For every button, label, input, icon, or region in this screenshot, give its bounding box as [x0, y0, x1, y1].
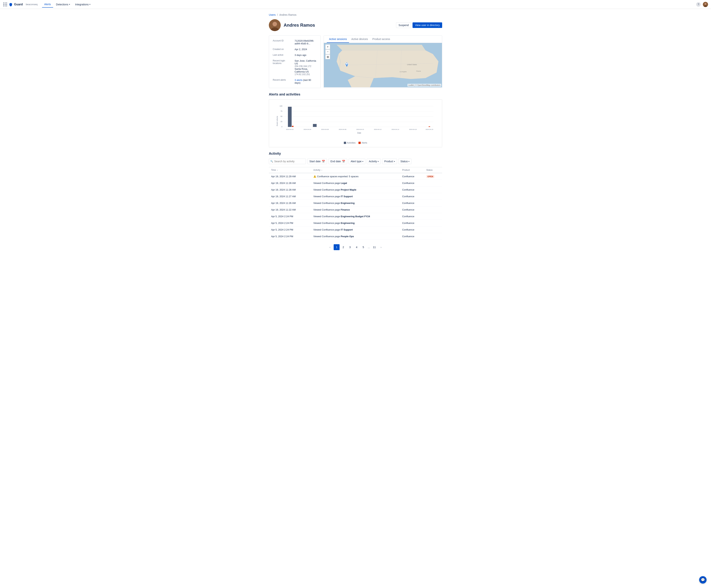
pagination-prev-button[interactable]: ‹ — [327, 244, 333, 250]
map-tabs: Active sessions Active devices Product a… — [324, 36, 442, 43]
alerts-legend-label: Alerts — [362, 141, 367, 144]
row-product: Confluence — [400, 206, 424, 213]
svg-text:75: 75 — [281, 110, 282, 112]
row-time: Apr 19, 2024 11:28 AM — [269, 186, 311, 193]
table-row: Apr 19, 2024 11:28 AM Viewed Confluence … — [269, 180, 442, 186]
pagination-ellipsis: ... — [367, 246, 371, 249]
status-filter[interactable]: Status ▾ — [398, 159, 412, 164]
row-activity: Viewed Confluence page People Ops — [311, 233, 400, 240]
th-status: Status — [424, 167, 442, 173]
breadcrumb-users-link[interactable]: Users — [269, 13, 276, 16]
suspend-button[interactable]: Suspend — [396, 22, 411, 28]
row-activity-bold: People Ops — [341, 235, 354, 238]
nav-item-integrations[interactable]: Integrations ▾ — [73, 1, 92, 7]
nav-item-alerts[interactable]: Alerts — [42, 1, 53, 7]
row-product: Confluence — [400, 220, 424, 226]
recent-alerts-link[interactable]: 3 alerts — [295, 78, 303, 82]
account-card: Account ID 712020:09e825f6-ad94-45d5-9..… — [269, 36, 321, 88]
tab-product-access[interactable]: Product access — [370, 36, 392, 43]
activity-section: Activity 🔍 Start date 📅 End date 📅 Alert… — [269, 152, 442, 256]
recent-login-value: San Jose, California US 204.236.164.172 … — [295, 60, 317, 76]
row-product: Confluence — [400, 180, 424, 186]
map-attribution: Leaflet | © OpenStreetMap contributors — [408, 84, 441, 87]
svg-text:0: 0 — [281, 126, 282, 128]
activity-filter[interactable]: Activity ▾ — [367, 159, 381, 164]
row-activity-bold: Legal — [341, 182, 347, 184]
map-svg: United States Los Angeles Phoenix — [324, 43, 442, 87]
svg-text:25: 25 — [281, 121, 282, 122]
pagination-page-4[interactable]: 4 — [354, 244, 360, 250]
location-2: Santa Rosa, California US — [295, 68, 309, 73]
row-time: Apr 19, 2024 11:27 AM — [269, 193, 311, 200]
alert-warning-icon: ⚠️ — [313, 175, 316, 178]
user-avatar — [269, 19, 281, 31]
account-row-active: Last active 3 days ago — [273, 54, 317, 56]
map-locate-button[interactable]: ⊕ — [325, 54, 330, 59]
svg-text:100: 100 — [280, 105, 282, 107]
alert-type-filter[interactable]: Alert type ▾ — [349, 159, 365, 164]
user-header: Andres Ramos Suspend View user in direct… — [269, 19, 442, 31]
pagination-page-1[interactable]: 1 — [333, 244, 340, 250]
nav-right: ? — [696, 2, 708, 7]
breadcrumb-separator: / — [277, 13, 278, 16]
row-activity-bold: IT Support — [341, 195, 353, 198]
search-input[interactable] — [269, 159, 306, 164]
detections-caret-icon: ▾ — [69, 3, 70, 5]
guard-logo-icon — [9, 3, 13, 6]
svg-rect-2 — [6, 3, 7, 3]
pagination-next-button[interactable]: › — [378, 244, 384, 250]
tab-active-devices[interactable]: Active devices — [349, 36, 370, 43]
svg-rect-37 — [313, 124, 317, 127]
pagination-page-3[interactable]: 3 — [347, 244, 353, 250]
avatar-image — [703, 2, 708, 7]
pagination-page-2[interactable]: 2 — [340, 244, 346, 250]
product-filter-label: Product — [384, 160, 393, 163]
svg-point-10 — [705, 3, 706, 5]
row-time: Apr 19, 2024 11:28 AM — [269, 180, 311, 186]
product-filter[interactable]: Product ▾ — [382, 159, 397, 164]
nav-item-detections[interactable]: Detections ▾ — [54, 1, 72, 7]
view-directory-button[interactable]: View user in directory — [412, 22, 442, 28]
activity-filters: 🔍 Start date 📅 End date 📅 Alert type ▾ A… — [269, 159, 442, 164]
account-row-alerts: Recent alerts 3 alerts (last 90 days) — [273, 78, 317, 84]
end-date-button[interactable]: End date 📅 — [328, 159, 347, 164]
table-row: Apr 19, 2024 11:28 AM Viewed Confluence … — [269, 186, 442, 193]
row-product: Confluence — [400, 226, 424, 233]
svg-rect-6 — [3, 5, 4, 6]
row-status — [424, 213, 442, 220]
svg-text:Date: Date — [357, 132, 361, 134]
pagination-page-11[interactable]: 11 — [371, 244, 378, 250]
help-button[interactable]: ? — [696, 2, 701, 7]
recent-alerts-label: Recent alerts — [273, 78, 293, 84]
chart-svg: Event volume 100 75 50 25 0 — [272, 103, 439, 139]
top-nav: Guard beaconseq Alerts Detections ▾ Inte… — [0, 0, 711, 9]
svg-rect-7 — [5, 5, 5, 6]
ip-1: 204.236.164.172 — [295, 65, 317, 68]
map-zoom-out-button[interactable]: − — [325, 49, 330, 54]
table-row: Apr 19, 2024 11:26 AM Viewed Confluence … — [269, 200, 442, 206]
row-activity: Viewed Confluence page Engineering — [311, 200, 400, 206]
row-activity-bold: Project Maple — [341, 188, 357, 191]
user-avatar-nav[interactable] — [703, 2, 708, 7]
activities-legend-label: Activities — [347, 141, 356, 144]
breadcrumb: Users / Andres Ramos — [269, 13, 442, 16]
app-logo[interactable]: Guard — [3, 2, 23, 7]
activity-caret-icon: ▾ — [378, 160, 379, 162]
start-date-button[interactable]: Start date 📅 — [307, 159, 327, 164]
table-row: Apr 19, 2024 11:22 AM Viewed Confluence … — [269, 206, 442, 213]
pagination: ‹ 1 2 3 4 5 ... 11 › — [269, 244, 442, 256]
user-avatar-image — [269, 19, 281, 31]
svg-text:2024-04-10: 2024-04-10 — [357, 129, 364, 130]
table-header-row: Time ↕ Activity ↕ Product Status — [269, 167, 442, 173]
svg-rect-3 — [3, 4, 4, 5]
map-zoom-in-button[interactable]: + — [325, 44, 330, 49]
table-header: Time ↕ Activity ↕ Product Status — [269, 167, 442, 173]
pagination-page-5[interactable]: 5 — [360, 244, 366, 250]
tab-active-sessions[interactable]: Active sessions — [327, 36, 349, 43]
row-status — [424, 186, 442, 193]
activity-title: Activity — [269, 152, 442, 156]
last-active-value: 3 days ago — [295, 54, 306, 56]
svg-rect-8 — [6, 5, 7, 6]
row-status — [424, 220, 442, 226]
row-status — [424, 200, 442, 206]
